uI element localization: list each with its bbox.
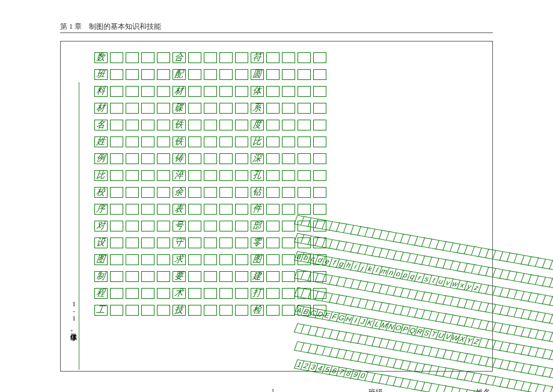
hanzi-cell (141, 153, 154, 164)
hanzi-cell: 铁 (173, 120, 186, 130)
hanzi-cell (157, 170, 170, 181)
hanzi-cell (126, 254, 139, 265)
hanzi-cell (204, 86, 217, 97)
hanzi-cell (141, 103, 154, 114)
hanzi-cell (219, 254, 233, 265)
hanzi-cell: 班 (94, 69, 108, 80)
slanted-rows-area: 1234567890ABCDEFGHIJKLMNOPQRSTUVWXYZabcd… (289, 41, 553, 372)
hanzi-cell (188, 86, 201, 97)
hanzi-glyph: 班 (96, 69, 106, 80)
hanzi-cell: 建 (251, 271, 264, 282)
hanzi-cell (110, 69, 123, 80)
hanzi-cell (141, 271, 154, 282)
hanzi-cell (126, 52, 139, 63)
hanzi-cell (110, 221, 123, 231)
hanzi-cell (204, 153, 217, 164)
hanzi-cell: 符 (251, 52, 264, 63)
hanzi-glyph: 比 (252, 136, 263, 147)
hanzi-row: 工技检 (94, 305, 317, 316)
hanzi-cell (235, 86, 248, 97)
hanzi-cell (188, 254, 201, 265)
hanzi-cell: 件 (251, 204, 264, 215)
hanzi-cell (219, 136, 233, 147)
hanzi-cell: 铸 (173, 153, 186, 164)
hanzi-glyph: 零 (252, 237, 263, 248)
hanzi-cell: 淬 (173, 170, 186, 181)
hanzi-glyph: 铁 (174, 120, 185, 130)
hanzi-cell: 技 (173, 305, 186, 316)
hanzi-cell: 度 (251, 120, 264, 130)
hanzi-cell (110, 120, 123, 130)
hanzi-cell (126, 305, 139, 316)
page-header: 第 1 章 制图的基本知识和技能 (60, 22, 161, 32)
hanzi-cell: 守 (173, 237, 186, 248)
hanzi-cell (110, 52, 123, 63)
hanzi-cell (266, 170, 280, 181)
hanzi-cell (126, 221, 139, 231)
hanzi-cell (219, 86, 233, 97)
hanzi-cell: 程 (94, 288, 108, 299)
hanzi-row: 设守零 (94, 237, 317, 248)
page-frame: 1-1 字体练习。 数合符班配圆料材体材碟系名铁度姓铁比例铸深比淬孔校余钻序表件… (60, 41, 493, 372)
hanzi-glyph: 术 (174, 288, 185, 299)
hanzi-cell (126, 103, 139, 114)
hanzi-cell (157, 153, 170, 164)
hanzi-glyph: 工 (96, 305, 106, 316)
hanzi-row: 名铁度 (94, 120, 317, 130)
hanzi-cell: 号 (173, 221, 186, 231)
hanzi-cell (266, 271, 280, 282)
footer: 1 班级 姓名 学号 (271, 387, 553, 392)
hanzi-glyph: 姓 (96, 136, 106, 147)
hanzi-cell (126, 120, 139, 130)
hanzi-cell (110, 170, 123, 181)
hanzi-cell (204, 221, 217, 231)
hanzi-glyph: 对 (96, 221, 106, 231)
hanzi-cell: 校 (94, 187, 108, 198)
hanzi-cell (141, 170, 154, 181)
hanzi-cell (141, 86, 154, 97)
hanzi-glyph: 建 (252, 271, 263, 282)
hanzi-cell (157, 271, 170, 282)
hanzi-cell (266, 103, 280, 114)
hanzi-cell (219, 204, 233, 215)
hanzi-cell (141, 204, 154, 215)
hanzi-cell: 图 (94, 254, 108, 265)
hanzi-glyph: 号 (174, 221, 185, 231)
hanzi-glyph: 名 (96, 120, 106, 130)
hanzi-cell: 圆 (251, 69, 264, 80)
hanzi-cell (141, 52, 154, 63)
hanzi-glyph: 制 (96, 271, 106, 282)
class-label: 班级 (368, 387, 383, 392)
hanzi-cell (219, 120, 233, 130)
hanzi-row: 图求图 (94, 254, 317, 265)
hanzi-cell (235, 254, 248, 265)
hanzi-cell: 比 (94, 170, 108, 181)
exercise-label: 1-1 字体练习。 (69, 300, 78, 335)
hanzi-cell: 碟 (173, 103, 186, 114)
hanzi-cell (188, 288, 201, 299)
hanzi-cell (157, 221, 170, 231)
hanzi-glyph: 图 (252, 254, 263, 265)
hanzi-glyph: 材 (174, 86, 185, 97)
hanzi-cell (126, 69, 139, 80)
hanzi-cell (266, 305, 280, 316)
hanzi-glyph: 技 (174, 305, 185, 316)
hanzi-cell (126, 86, 139, 97)
hanzi-cell (157, 237, 170, 248)
hanzi-cell (188, 221, 201, 231)
hanzi-cell: 余 (173, 187, 186, 198)
hanzi-cell: 工 (94, 305, 108, 316)
hanzi-cell (157, 136, 170, 147)
hanzi-glyph: 设 (96, 237, 106, 248)
hanzi-glyph: 合 (174, 52, 185, 63)
hanzi-cell (141, 237, 154, 248)
hanzi-cell (266, 254, 280, 265)
hanzi-grid: 数合符班配圆料材体材碟系名铁度姓铁比例铸深比淬孔校余钻序表件对号部设守零图求图制… (94, 52, 317, 316)
hanzi-cell: 术 (173, 288, 186, 299)
hanzi-row: 比淬孔 (94, 170, 317, 181)
hanzi-cell (219, 187, 233, 198)
hanzi-row: 料材体 (94, 86, 317, 97)
hanzi-cell: 数 (94, 52, 108, 63)
hanzi-cell (204, 69, 217, 80)
hanzi-cell (110, 271, 123, 282)
